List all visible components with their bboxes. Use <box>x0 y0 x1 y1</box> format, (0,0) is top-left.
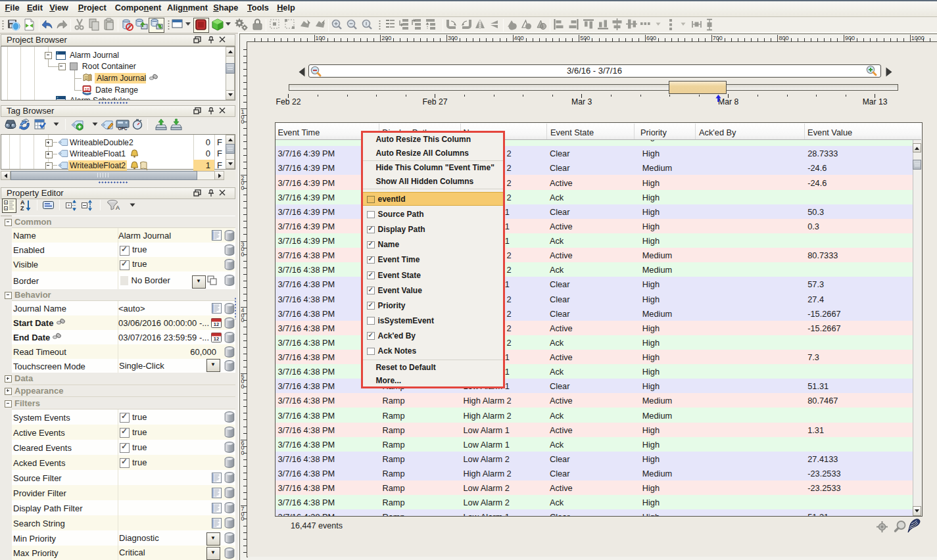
svg-text:12: 12 <box>214 336 219 342</box>
svg-text:12: 12 <box>85 87 89 91</box>
svg-text:+: + <box>67 203 70 208</box>
svg-text:Z: Z <box>20 205 24 212</box>
svg-text:OPC: OPC <box>118 126 127 131</box>
svg-text:12: 12 <box>214 321 219 327</box>
svg-text:A: A <box>116 204 120 211</box>
svg-text:+: + <box>5 206 7 210</box>
svg-text:+: + <box>5 200 7 204</box>
